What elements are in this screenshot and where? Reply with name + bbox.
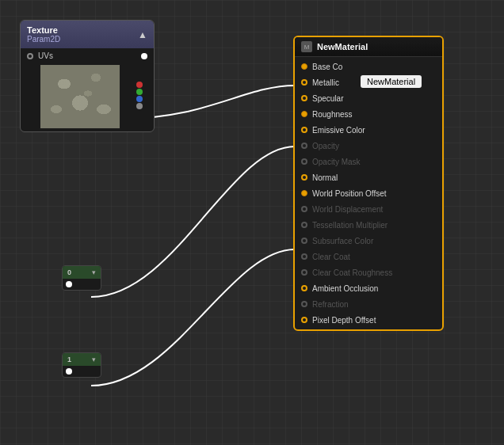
collapse-icon[interactable]: ▲	[138, 29, 147, 40]
material-input-row[interactable]: World Position Offset	[295, 185, 442, 201]
input-label: Subsurface Color	[312, 237, 436, 245]
tooltip-text: NewMaterial	[367, 77, 415, 86]
input-label: Base Co	[312, 63, 436, 71]
const-1-label: 1	[67, 356, 71, 363]
input-pin	[301, 285, 307, 291]
material-input-row[interactable]: Tessellation Multiplier	[295, 217, 442, 233]
const-node-1: 1 ▾	[62, 352, 101, 378]
input-pin	[301, 63, 307, 70]
material-node-title: NewMaterial	[317, 42, 368, 51]
input-pin	[301, 317, 307, 323]
const-0-arrow[interactable]: ▾	[92, 268, 96, 276]
material-input-row[interactable]: Ambient Occlusion	[295, 280, 442, 296]
material-inputs: Base CoMetallicSpecularRoughnessEmissive…	[295, 57, 442, 329]
uvs-input-pin	[27, 53, 33, 59]
material-input-row[interactable]: Base Co	[295, 59, 442, 74]
input-label: World Displacement	[312, 205, 436, 214]
input-pin	[301, 127, 307, 133]
material-input-row[interactable]: Opacity Mask	[295, 154, 442, 169]
material-input-row[interactable]: Clear Coat	[295, 249, 442, 264]
material-icon: M	[301, 41, 312, 52]
texture-node: Texture Param2D ▲ UVs	[20, 20, 155, 132]
output-pin-r	[136, 82, 143, 88]
input-label: Tessellation Multiplier	[312, 221, 436, 230]
input-pin	[301, 158, 307, 165]
texture-node-subtitle: Param2D	[27, 35, 60, 44]
material-input-row[interactable]: Refraction	[295, 296, 442, 312]
texture-node-header[interactable]: Texture Param2D ▲	[21, 21, 154, 48]
input-label: Refraction	[312, 300, 436, 309]
input-label: Pixel Depth Offset	[312, 316, 436, 325]
input-pin	[301, 269, 307, 276]
input-pin	[301, 238, 307, 244]
const-1-arrow[interactable]: ▾	[92, 356, 96, 363]
texture-preview-image	[40, 65, 120, 128]
input-pin	[301, 79, 307, 86]
input-pin	[301, 301, 307, 307]
input-pin	[301, 143, 307, 149]
output-pin-b	[136, 96, 143, 102]
const-0-label: 0	[67, 268, 71, 276]
texture-node-title: Texture	[27, 25, 60, 35]
input-pin	[301, 222, 307, 228]
material-input-row[interactable]: Normal	[295, 169, 442, 185]
input-pin	[301, 206, 307, 212]
uvs-row: UVs	[21, 48, 154, 63]
input-label: Emissive Color	[312, 126, 436, 135]
material-input-row[interactable]: Roughness	[295, 106, 442, 122]
input-pin	[301, 111, 307, 117]
output-pin-g	[136, 89, 143, 95]
input-label: Specular	[312, 94, 436, 103]
input-label: Clear Coat	[312, 253, 436, 261]
input-label: Opacity	[312, 142, 436, 150]
tooltip-box: NewMaterial	[361, 75, 422, 88]
material-input-row[interactable]: World Displacement	[295, 201, 442, 217]
const-1-output	[63, 366, 101, 377]
uvs-label: UVs	[38, 51, 136, 60]
input-pin	[301, 95, 307, 101]
output-pins	[136, 82, 147, 112]
material-node-header[interactable]: M NewMaterial	[295, 37, 442, 57]
input-label: Clear Coat Roughness	[312, 268, 436, 277]
input-label: Roughness	[312, 110, 436, 119]
input-pin	[301, 253, 307, 260]
material-input-row[interactable]: Emissive Color	[295, 122, 442, 138]
const-node-0-header[interactable]: 0 ▾	[63, 266, 101, 279]
const-node-1-header[interactable]: 1 ▾	[63, 353, 101, 366]
input-label: Ambient Occlusion	[312, 284, 436, 293]
const-node-0: 0 ▾	[62, 265, 101, 291]
input-label: Opacity Mask	[312, 158, 436, 166]
output-pin-a	[136, 103, 143, 109]
input-pin	[301, 174, 307, 181]
const-1-output-pin	[66, 368, 72, 375]
output-pin-white	[141, 53, 147, 59]
const-0-output-pin	[66, 281, 72, 287]
input-label: Normal	[312, 173, 436, 182]
material-input-row[interactable]: Clear Coat Roughness	[295, 264, 442, 280]
material-input-row[interactable]: Pixel Depth Offset	[295, 312, 442, 328]
material-input-row[interactable]: Subsurface Color	[295, 233, 442, 249]
input-pin	[301, 190, 307, 196]
material-input-row[interactable]: Specular	[295, 90, 442, 106]
const-0-output	[63, 279, 101, 290]
material-input-row[interactable]: Opacity	[295, 138, 442, 154]
texture-preview-area	[21, 63, 154, 131]
input-label: World Position Offset	[312, 189, 436, 198]
